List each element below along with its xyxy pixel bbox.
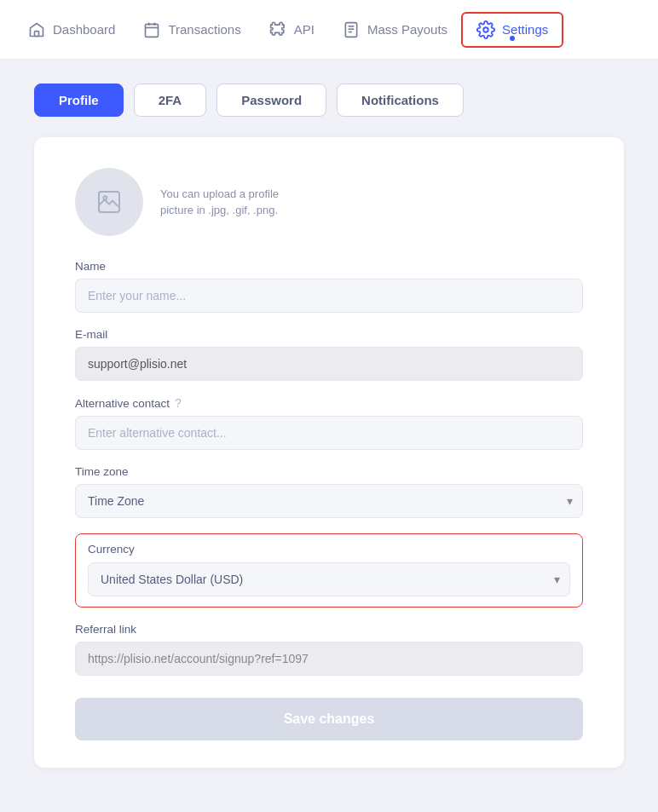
alt-contact-label: Alternative contact ?: [75, 396, 583, 410]
svg-rect-0: [35, 31, 39, 36]
currency-select-wrap: United States Dollar (USD) ▾: [88, 562, 570, 596]
email-group: E-mail: [75, 328, 583, 381]
main-content: Profile 2FA Password Notifications You c…: [0, 60, 658, 792]
svg-point-9: [483, 27, 488, 32]
tab-bar: Profile 2FA Password Notifications: [34, 84, 624, 117]
avatar-section: You can upload a profile picture in .jpg…: [75, 168, 583, 236]
home-icon: [27, 20, 46, 39]
calendar-icon: [142, 20, 161, 39]
help-icon[interactable]: ?: [175, 396, 182, 410]
puzzle-icon: [268, 20, 287, 39]
alt-contact-input[interactable]: [75, 416, 583, 450]
currency-label: Currency: [88, 543, 570, 556]
timezone-select[interactable]: Time Zone: [75, 484, 583, 518]
currency-group: Currency United States Dollar (USD) ▾: [75, 533, 583, 608]
tab-notifications[interactable]: Notifications: [337, 84, 464, 117]
timezone-label: Time zone: [75, 465, 583, 478]
name-group: Name: [75, 260, 583, 313]
name-label: Name: [75, 260, 583, 273]
currency-select[interactable]: United States Dollar (USD): [88, 562, 570, 596]
email-label: E-mail: [75, 328, 583, 341]
email-input[interactable]: [75, 347, 583, 381]
nav-item-mass-payouts[interactable]: Mass Payouts: [328, 14, 461, 46]
avatar-hint: You can upload a profile picture in .jpg…: [160, 186, 297, 219]
referral-label: Referral link: [75, 623, 583, 636]
svg-rect-1: [146, 24, 159, 37]
file-icon: [342, 20, 361, 39]
timezone-select-wrap: Time Zone ▾: [75, 484, 583, 518]
timezone-group: Time zone Time Zone ▾: [75, 465, 583, 518]
referral-input[interactable]: [75, 642, 583, 676]
svg-point-11: [103, 196, 107, 199]
alt-contact-group: Alternative contact ?: [75, 396, 583, 450]
tab-2fa[interactable]: 2FA: [134, 84, 207, 117]
save-button[interactable]: Save changes: [75, 698, 583, 740]
nav-item-dashboard[interactable]: Dashboard: [14, 14, 129, 46]
tab-password[interactable]: Password: [216, 84, 326, 117]
name-input[interactable]: [75, 279, 583, 313]
nav-item-api[interactable]: API: [255, 14, 328, 46]
profile-card: You can upload a profile picture in .jpg…: [34, 137, 624, 768]
nav-active-dot: [510, 36, 515, 41]
top-nav: Dashboard Transactions API: [0, 0, 658, 60]
nav-item-settings[interactable]: Settings: [461, 12, 563, 48]
avatar[interactable]: [75, 168, 143, 236]
nav-item-transactions[interactable]: Transactions: [129, 14, 254, 46]
gear-icon: [476, 20, 495, 39]
tab-profile[interactable]: Profile: [34, 84, 124, 117]
referral-group: Referral link: [75, 623, 583, 676]
